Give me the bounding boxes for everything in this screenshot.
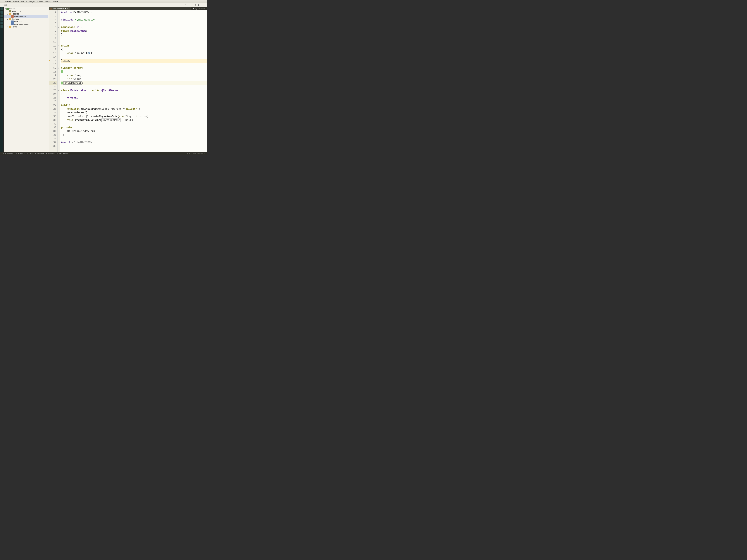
code-line[interactable] (61, 15, 207, 18)
fold-marker (57, 144, 60, 148)
code-line[interactable]: #endif // MAINWINDOW_H (61, 141, 207, 144)
menu-tools[interactable]: 工具(T) (36, 0, 44, 3)
fold-marker (57, 48, 60, 51)
code-line[interactable]: { (61, 48, 207, 52)
tree-item-sources[interactable]: vSources (4, 18, 48, 20)
code-line[interactable]: class MainWindow; (61, 29, 207, 33)
funnel-icon[interactable]: ⫧ (188, 4, 190, 6)
code-line[interactable]: keyValuePair* createKeyValuePair(char*ke… (61, 115, 207, 118)
code-line[interactable] (61, 144, 207, 148)
collapse-icon[interactable]: − (191, 4, 194, 6)
sync-icon[interactable]: ◐ (198, 4, 200, 6)
line-number: 34 (49, 130, 57, 133)
code-line[interactable] (61, 22, 207, 26)
mode-edit[interactable] (0, 11, 3, 14)
twisty-icon[interactable]: v (4, 8, 6, 10)
code-line[interactable]: class MainWindow : public QMainWindow (61, 89, 207, 92)
fold-marker (57, 74, 60, 77)
menu-help[interactable]: 帮助(H) (52, 0, 60, 3)
code-line[interactable]: ~MainWindow(); (61, 111, 207, 115)
code-line[interactable]: public: (61, 104, 207, 107)
line-number: 3 (49, 15, 57, 18)
menu-widgets[interactable]: 控件(W) (44, 0, 52, 3)
code-line[interactable]: Q_OBJECT (61, 96, 207, 100)
nav-fwd-icon[interactable]: › (204, 4, 206, 6)
code-line[interactable]: }; (61, 133, 207, 137)
code-line[interactable] (61, 63, 207, 66)
watermark: CSDN @液氮秒冻其器 (187, 152, 206, 155)
code-line[interactable] (61, 85, 207, 89)
proj-icon (6, 7, 9, 10)
pro-icon (9, 10, 11, 12)
tree-item-union1-pro[interactable]: union1.pro (4, 10, 48, 12)
code-line[interactable]: explicit MainWindow(QWidget *parent = nu… (61, 107, 207, 111)
tree-item-label: Forms (11, 26, 17, 28)
code-line[interactable] (61, 55, 207, 59)
code-line[interactable]: { (61, 70, 207, 74)
close-icon[interactable]: × (67, 7, 68, 10)
code-line[interactable]: char *key; (61, 74, 207, 78)
tab-dropdown-icon[interactable]: ▾ (65, 7, 66, 10)
warning-icon: ▲ (49, 59, 50, 63)
code-line[interactable]: char jicunqi[32]; (61, 52, 207, 55)
tree-item-forms[interactable]: >Forms (4, 26, 48, 28)
twisty-icon[interactable]: v (6, 13, 8, 15)
tree-item-mainwindow-cpp[interactable]: mainwindow.cpp (4, 23, 48, 26)
code-line[interactable]: }data; (61, 59, 207, 63)
code-line[interactable]: namespace Ui { (61, 26, 207, 29)
mode-projects[interactable] (0, 22, 3, 24)
code-line[interactable]: { (61, 92, 207, 96)
line-number: 37 (49, 141, 57, 144)
tree-item-headers[interactable]: vHeaders (4, 12, 48, 15)
code-line[interactable]: } (61, 33, 207, 37)
menu-analyze[interactable]: Analyze (28, 0, 36, 3)
output-pane-3[interactable]: 3 应用程序输出 (1, 152, 14, 155)
twisty-icon[interactable]: v (6, 18, 8, 20)
code-editor[interactable]: 234567891011121314▲151617181920212223242… (49, 10, 207, 152)
mode-design[interactable] (0, 15, 3, 17)
code-line[interactable]: #include <QMainWindow> (61, 18, 207, 22)
code-line[interactable]: #define MAINWINDOW_H (61, 11, 207, 15)
fold-marker[interactable]: v (57, 44, 60, 48)
menu-edit[interactable]: 编辑(E) (4, 0, 12, 3)
twisty-icon[interactable]: > (6, 26, 8, 28)
code-text-area[interactable]: #define MAINWINDOW_H#include <QMainWindo… (60, 10, 207, 152)
fold-marker[interactable]: v (57, 25, 60, 29)
output-pane-8[interactable]: 8 Test Results (57, 153, 69, 154)
fold-marker[interactable]: v (57, 66, 60, 70)
code-line[interactable]: Ui::MainWindow *ui; (61, 130, 207, 133)
code-line[interactable]: union (61, 44, 207, 48)
line-number: 38 (49, 144, 57, 148)
mode-help[interactable] (0, 25, 3, 28)
code-line[interactable] (61, 100, 207, 104)
output-pane-5[interactable]: 5 Debugger Console (27, 153, 44, 154)
code-line[interactable]: typedef struct (61, 66, 207, 70)
code-line[interactable]: private: (61, 126, 207, 130)
expand-icon[interactable]: ⊞ (194, 4, 197, 6)
line-number: 31 (49, 118, 57, 122)
filter-icon[interactable]: ▾ (184, 4, 187, 6)
code-line[interactable] (61, 137, 207, 141)
output-pane-6[interactable]: 6 概要信息 (46, 152, 55, 155)
tree-item-mainwindow-h[interactable]: mainwindow.h (4, 15, 48, 18)
tree-item-label: Headers (11, 13, 19, 15)
tree-item-union1[interactable]: vunion1 (4, 7, 48, 10)
fold-marker (57, 137, 60, 140)
mode-welcome[interactable] (0, 7, 3, 10)
code-line[interactable] (61, 41, 207, 44)
fold-marker[interactable]: v (57, 88, 60, 92)
code-line[interactable]: void freeKeyValuePair(keyValuePair * pai… (61, 118, 207, 122)
code-line[interactable]: }keyValuePair; (61, 81, 207, 85)
output-pane-4[interactable]: 4 编译输出 (16, 152, 25, 155)
mode-debug[interactable] (0, 18, 3, 21)
menu-debug[interactable]: 调试(D) (20, 0, 27, 3)
symbol-locator[interactable]: ◆ keyValuePair (191, 7, 207, 10)
tab-mainwindow-h[interactable]: mainwindow.h ▾ × (49, 7, 70, 10)
code-line[interactable]: I (61, 37, 207, 41)
tree-item-main-cpp[interactable]: main.cpp (4, 20, 48, 23)
code-line[interactable]: int value; (61, 78, 207, 81)
menu-build[interactable]: 构建(B) (12, 0, 20, 3)
nav-back-icon[interactable]: ‹ (201, 4, 203, 6)
line-number: 26 (49, 100, 57, 104)
code-line[interactable] (61, 122, 207, 126)
